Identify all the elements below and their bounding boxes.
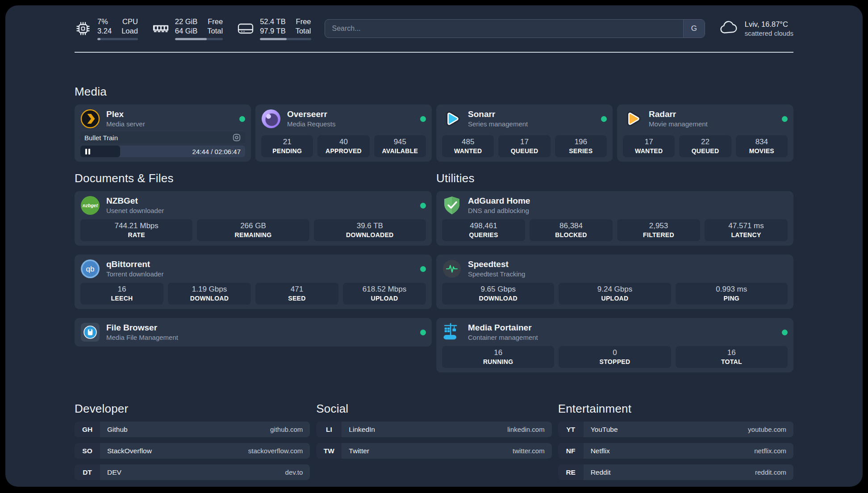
bookmark-tag: RE [558,464,584,480]
svg-text:nzbget: nzbget [83,203,98,208]
playback-time: 24:44 / 02:06:47 [192,148,241,155]
bookmark-url: linkedin.com [507,426,544,433]
bookmark-github[interactable]: GH Github github.com [75,422,310,437]
app-title: AdGuard Home [468,196,530,206]
stat-box-queued: 22 QUEUED [679,135,731,157]
filebrowser-icon [80,322,100,342]
stat-box-downloaded: 39.6 TB DOWNLOADED [314,219,426,241]
nzbget-card[interactable]: nzbget NZBGet Usenet downloader 74 [75,191,432,246]
bookmark-tag: SO [75,443,100,459]
app-title: Plex [106,109,145,120]
plex-icon [80,109,100,129]
cpu-usage-label: CPU [121,17,138,26]
stat-box-ping: 0.993 ms PING [676,283,788,305]
status-dot [782,330,788,335]
section-utilities: Utilities [436,171,793,372]
app-subtitle: Usenet downloader [106,206,164,215]
bookmark-url: youtube.com [748,426,786,433]
search-input[interactable] [325,20,683,38]
app-subtitle: Container management [468,333,538,342]
qbittorrent-icon: qb [80,259,100,279]
bookmark-name: DEV [107,468,121,476]
cpu-progress-bar [97,38,138,40]
app-title: Media Portainer [468,322,538,333]
bookmark-tag: DT [75,464,100,480]
documents-section-title: Documents & Files [75,171,432,185]
section-entertainment: Entertainment YT YouTube youtube.com NF … [558,402,793,480]
ram-free-label: Free [207,17,223,26]
weather-location: Lviv, 16.87°C [745,19,793,29]
bookmark-url: twitter.com [513,447,545,455]
status-dot [782,116,788,122]
plex-card[interactable]: Plex Media server Bullet Train [75,104,251,162]
bookmark-name: Netflix [591,447,610,455]
stat-box-wanted: 17 WANTED [623,135,675,157]
cpu-stat: 7% CPU 3.24 Load [75,17,138,40]
bookmark-reddit[interactable]: RE Reddit reddit.com [558,464,793,480]
bookmark-netflix[interactable]: NF Netflix netflix.com [558,443,793,459]
section-developer: Developer GH Github github.com SO StackO… [75,402,310,480]
stat-box-rate: 744.21 Mbps RATE [80,219,192,241]
app-title: qBittorrent [106,259,163,270]
disk-free-label: Free [296,17,311,26]
stat-box-upload: 9.24 Gbps UPLOAD [559,283,671,305]
bookmark-name: Twitter [349,447,369,455]
bookmark-tag: TW [316,443,342,459]
bookmark-name: LinkedIn [349,426,375,434]
stat-box-pending: 21 PENDING [261,135,313,157]
disk-stat: 52.4 TB Free 97.9 TB Total [237,17,311,40]
cloud-icon [718,20,739,37]
ram-total-value: 64 GiB [175,26,197,36]
bookmark-url: dev.to [285,468,303,476]
ram-progress-bar [175,38,223,40]
speedtest-card[interactable]: Speedtest Speedtest Tracking 9.65 Gbps D… [436,255,793,309]
search-engine-button[interactable]: G [683,20,705,38]
app-subtitle: Media Requests [287,120,335,129]
status-dot [601,116,607,122]
bookmark-youtube[interactable]: YT YouTube youtube.com [558,422,793,437]
stat-box-blocked: 86,384 BLOCKED [530,219,613,241]
bookmark-linkedin[interactable]: LI LinkedIn linkedin.com [316,422,551,437]
disk-icon [237,20,254,37]
bookmark-url: github.com [270,426,303,433]
disk-total-label: Total [296,26,311,36]
pause-icon[interactable] [85,149,90,155]
filebrowser-card[interactable]: File Browser Media File Management [75,318,432,347]
system-stats: 7% CPU 3.24 Load [75,17,311,40]
memory-stat: 22 GiB Free 64 GiB Total [152,17,223,40]
radarr-card[interactable]: Radarr Movie management 17 WANTED 22 QUE… [617,104,793,162]
app-title: Speedtest [468,259,525,270]
weather-widget: Lviv, 16.87°C scattered clouds [718,19,793,38]
bookmark-twitter[interactable]: TW Twitter twitter.com [316,443,551,459]
app-title: Sonarr [468,109,528,120]
portainer-icon [442,322,462,342]
sonarr-card[interactable]: Sonarr Series management 485 WANTED 17 Q… [436,104,613,162]
app-title: NZBGet [106,196,164,206]
bookmark-stackoverflow[interactable]: SO StackOverflow stackoverflow.com [75,443,310,459]
stat-box-running: 16 RUNNING [442,346,554,368]
bookmark-url: netflix.com [754,447,786,455]
cpu-icon [75,20,92,37]
overseerr-card[interactable]: Overseerr Media Requests 21 PENDING 40 A… [255,104,432,162]
disk-free-value: 52.4 TB [260,17,285,26]
bookmark-tag: LI [316,422,342,437]
stat-box-queries: 498,461 QUERIES [442,219,525,241]
stat-box-upload: 618.52 Mbps UPLOAD [343,283,426,305]
app-title: Overseerr [287,109,335,120]
topbar-divider [75,52,793,53]
app-subtitle: Speedtest Tracking [468,270,525,279]
developer-section-title: Developer [75,402,310,416]
ram-icon [152,20,169,37]
status-dot [239,116,245,122]
media-section-title: Media [75,85,793,99]
portainer-card[interactable]: Media Portainer Container management 16 … [436,318,793,372]
adguard-card[interactable]: AdGuard Home DNS and adblocking 498,461 … [436,191,793,246]
overseerr-icon [261,109,281,129]
bookmark-dev[interactable]: DT DEV dev.to [75,464,310,480]
nzbget-icon: nzbget [80,196,100,215]
bookmark-tag: GH [75,422,100,437]
qbittorrent-card[interactable]: qb qBittorrent Torrent downloader [75,255,432,309]
status-dot [420,116,426,122]
app-subtitle: DNS and adblocking [468,206,530,215]
stat-box-latency: 47.571 ms LATENCY [705,219,788,241]
